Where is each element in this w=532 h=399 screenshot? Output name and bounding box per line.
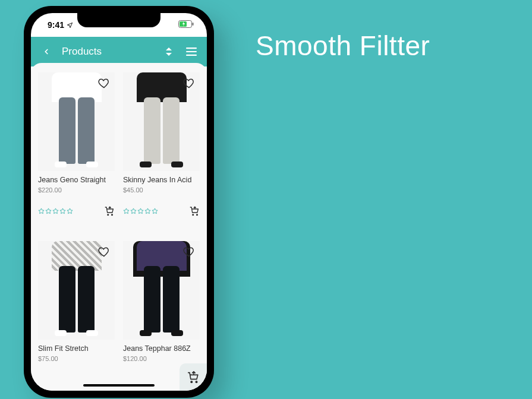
product-name: Skinny Jeans In Acid	[123, 176, 200, 184]
svg-marker-12	[67, 208, 73, 213]
product-image[interactable]	[38, 241, 115, 340]
phone-notch	[77, 13, 160, 27]
svg-marker-19	[152, 208, 158, 213]
product-grid: Jeans Geno Straight$220.00Skinny Jeans I…	[38, 72, 200, 362]
page-title: Products	[62, 46, 153, 58]
svg-point-22	[191, 381, 192, 382]
product-price: $75.00	[38, 355, 115, 362]
svg-point-21	[197, 214, 198, 216]
svg-marker-16	[131, 208, 136, 213]
favorite-button[interactable]	[98, 77, 110, 89]
back-button[interactable]	[39, 45, 53, 59]
marketing-headline: Smooth Filtter	[256, 30, 430, 62]
cart-icon	[187, 370, 200, 384]
product-card[interactable]: Jeans Geno Straight$220.00	[38, 72, 115, 235]
svg-rect-5	[186, 48, 197, 49]
product-price: $220.00	[38, 186, 115, 194]
rating-stars[interactable]	[123, 208, 158, 214]
favorite-button[interactable]	[183, 77, 195, 89]
svg-marker-15	[124, 208, 129, 213]
product-image[interactable]	[123, 241, 200, 340]
product-image[interactable]	[38, 72, 115, 171]
product-name: Slim Fit Stretch	[38, 344, 115, 353]
svg-rect-6	[186, 51, 197, 52]
svg-marker-17	[138, 208, 143, 213]
rating-stars[interactable]	[38, 208, 73, 214]
svg-point-13	[108, 214, 109, 216]
status-time: 9:41	[48, 20, 64, 30]
favorite-button[interactable]	[98, 246, 110, 258]
favorite-button[interactable]	[183, 246, 195, 258]
cart-fab[interactable]	[180, 363, 207, 391]
location-icon	[67, 22, 73, 28]
product-name: Jeans Tepphar 886Z	[123, 344, 200, 353]
add-to-cart-button[interactable]	[104, 205, 115, 216]
svg-rect-7	[186, 55, 197, 56]
svg-marker-10	[53, 208, 58, 213]
svg-marker-4	[166, 53, 172, 56]
svg-marker-18	[145, 208, 150, 213]
svg-marker-11	[60, 208, 65, 213]
home-indicator[interactable]	[83, 384, 155, 387]
menu-icon	[186, 48, 197, 56]
product-price: $45.00	[123, 186, 200, 194]
product-card[interactable]: Jeans Tepphar 886Z$120.00	[123, 241, 200, 362]
svg-marker-3	[166, 48, 172, 50]
product-card[interactable]: Slim Fit Stretch$75.00	[38, 241, 115, 362]
svg-marker-9	[46, 208, 51, 213]
sort-button[interactable]	[162, 45, 176, 59]
chevron-left-icon	[42, 48, 51, 56]
product-image[interactable]	[123, 72, 200, 171]
product-price: $120.00	[123, 355, 200, 362]
svg-marker-8	[39, 208, 44, 213]
battery-icon	[178, 20, 194, 30]
product-card[interactable]: Skinny Jeans In Acid$45.00	[123, 72, 200, 235]
phone-screen: 9:41 Products	[31, 13, 207, 391]
top-bar: Products	[31, 37, 207, 66]
svg-point-23	[196, 381, 197, 382]
svg-point-20	[193, 214, 194, 216]
product-content: Jeans Geno Straight$220.00Skinny Jeans I…	[31, 63, 207, 391]
svg-rect-1	[193, 23, 194, 26]
sort-icon	[165, 48, 172, 56]
add-to-cart-button[interactable]	[189, 205, 200, 216]
phone-frame: 9:41 Products	[24, 6, 214, 398]
product-name: Jeans Geno Straight	[38, 176, 115, 184]
svg-point-14	[112, 214, 113, 216]
menu-button[interactable]	[184, 45, 199, 59]
